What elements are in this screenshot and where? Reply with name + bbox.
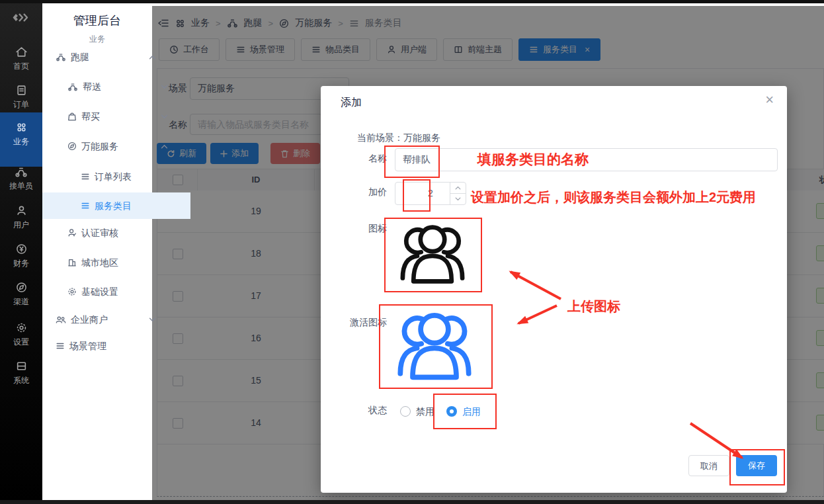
rail-item-finance[interactable]: 财务 bbox=[0, 243, 42, 269]
user-check-icon bbox=[67, 228, 77, 237]
chevron-down-icon bbox=[161, 85, 168, 89]
rail-item-label: 订单 bbox=[0, 99, 42, 110]
sidebar-item-label: 万能服务 bbox=[81, 141, 118, 151]
rail-item-channels[interactable]: 渠道 bbox=[0, 282, 42, 308]
sidebar-item-label: 帮买 bbox=[81, 111, 100, 122]
sidebar-item-label: 城市地区 bbox=[81, 257, 118, 268]
sidebar-item-service-category[interactable]: 服务类目 bbox=[42, 192, 190, 219]
name-field-value: 帮排队 bbox=[403, 154, 431, 165]
sidebar-item-label: 基础设置 bbox=[81, 286, 118, 297]
active-icon-upload-preview[interactable] bbox=[380, 306, 489, 386]
chevron-up-icon[interactable] bbox=[450, 183, 466, 194]
annotation-price-tip: 设置加价之后，则该服务类目会额外加上2元费用 bbox=[471, 189, 756, 206]
scooter-icon bbox=[56, 53, 66, 62]
rail-item-couriers[interactable]: 接单员 bbox=[0, 167, 42, 192]
icon-field-label: 图标 bbox=[321, 223, 387, 235]
current-scene-text: 当前场景：万能服务 bbox=[357, 132, 440, 144]
group-people-icon-active bbox=[389, 310, 480, 382]
status-field-label: 状态 bbox=[321, 405, 387, 417]
building-icon bbox=[67, 258, 77, 267]
scooter-icon bbox=[0, 167, 42, 177]
rail-item-label: 设置 bbox=[0, 337, 42, 348]
name-field-label: 名称 bbox=[321, 153, 387, 165]
radio-disabled-label[interactable]: 禁用 bbox=[416, 405, 434, 418]
icon-rail: 首页 订单 业务 接单员 用户 财务 渠道 设置 系统 bbox=[0, 0, 42, 504]
rail-item-settings[interactable]: 设置 bbox=[0, 322, 42, 348]
system-window-icon bbox=[0, 360, 42, 372]
sidebar-item-label: 帮送 bbox=[83, 81, 101, 92]
rail-item-label: 业务 bbox=[0, 136, 42, 147]
rail-item-label: 用户 bbox=[0, 220, 42, 231]
icon-upload-preview[interactable] bbox=[387, 220, 478, 288]
list-icon bbox=[81, 172, 90, 181]
sidebar-menu: 管理后台 业务 跑腿 帮送 帮买 万能服务 订单列表 服务类目 认证审核 城市地… bbox=[42, 3, 152, 500]
sidebar-item-bangmai[interactable]: 帮买 bbox=[42, 103, 177, 130]
bottom-border-strip bbox=[0, 500, 824, 504]
price-field-label: 加价 bbox=[321, 187, 387, 198]
rail-item-business[interactable]: 业务 bbox=[0, 112, 42, 167]
app-logo-icon[interactable] bbox=[0, 12, 42, 23]
top-border-strip bbox=[0, 0, 824, 3]
rail-item-label: 渠道 bbox=[0, 296, 42, 308]
sidebar-item-order-list[interactable]: 订单列表 bbox=[42, 163, 190, 190]
list-icon bbox=[56, 341, 65, 351]
annotation-name-tip: 填服务类目的名称 bbox=[477, 150, 589, 169]
sidebar-item-wanneng[interactable]: 万能服务 bbox=[42, 133, 177, 159]
team-icon bbox=[56, 315, 66, 324]
radio-enabled-label[interactable]: 启用 bbox=[462, 405, 481, 418]
radio-enabled[interactable] bbox=[446, 406, 457, 417]
sidebar-item-label: 场景管理 bbox=[69, 341, 106, 351]
rail-item-label: 首页 bbox=[0, 61, 42, 72]
dialog-title: 添加 bbox=[341, 96, 362, 110]
gear-icon bbox=[0, 322, 42, 333]
rail-item-users[interactable]: 用户 bbox=[0, 205, 42, 231]
sidebar-item-bangsong[interactable]: 帮送 bbox=[42, 73, 177, 100]
radio-disabled[interactable] bbox=[400, 406, 411, 417]
shopping-bag-icon bbox=[67, 112, 77, 121]
group-people-icon bbox=[392, 222, 473, 286]
compass-icon bbox=[67, 142, 77, 151]
sidebar-item-scene-management[interactable]: 场景管理 bbox=[42, 333, 165, 359]
sidebar-item-auth-review[interactable]: 认证审核 bbox=[42, 220, 177, 246]
app-title: 管理后台 bbox=[42, 13, 152, 28]
sidebar-item-label: 跑腿 bbox=[71, 52, 89, 62]
sidebar-item-enterprise[interactable]: 企业商户 bbox=[42, 306, 165, 333]
sidebar-item-label: 认证审核 bbox=[81, 228, 118, 238]
add-dialog: 添加 × 当前场景：万能服务 名称 帮排队 加价 2 图标 激活图标 bbox=[321, 86, 787, 493]
cancel-button[interactable]: 取消 bbox=[688, 455, 729, 476]
sidebar-item-label: 服务类目 bbox=[95, 200, 132, 211]
sidebar-item-label: 订单列表 bbox=[95, 171, 132, 182]
gear-icon bbox=[67, 287, 77, 296]
finance-coin-icon bbox=[0, 243, 42, 255]
rail-item-label: 财务 bbox=[0, 258, 42, 269]
price-number-input[interactable]: 2 bbox=[395, 182, 466, 205]
list-icon bbox=[81, 201, 90, 210]
number-spinner bbox=[450, 183, 466, 204]
close-icon[interactable]: × bbox=[765, 93, 774, 107]
business-grid-icon bbox=[0, 122, 42, 133]
chevron-up-icon bbox=[161, 144, 168, 149]
rail-item-label: 系统 bbox=[0, 375, 42, 386]
sidebar-item-label: 企业商户 bbox=[71, 314, 108, 325]
scooter-icon bbox=[67, 83, 78, 91]
chevron-down-icon bbox=[161, 114, 168, 119]
sidebar-item-paotui[interactable]: 跑腿 bbox=[42, 44, 165, 70]
rail-item-home[interactable]: 首页 bbox=[0, 46, 42, 72]
order-doc-icon bbox=[0, 85, 42, 96]
chevron-down-icon bbox=[149, 317, 156, 322]
sidebar-item-basic-settings[interactable]: 基础设置 bbox=[42, 278, 177, 305]
rail-item-orders[interactable]: 订单 bbox=[0, 85, 42, 110]
home-icon bbox=[0, 46, 42, 58]
active-icon-field-label: 激活图标 bbox=[321, 317, 387, 329]
user-icon bbox=[0, 205, 42, 216]
chevron-down-icon[interactable] bbox=[450, 194, 466, 204]
annotation-upload-tip: 上传图标 bbox=[567, 298, 620, 315]
sidebar-item-city-region[interactable]: 城市地区 bbox=[42, 249, 177, 276]
rail-item-system[interactable]: 系统 bbox=[0, 360, 42, 386]
save-button[interactable]: 保存 bbox=[736, 455, 777, 476]
chevron-up-icon bbox=[149, 55, 156, 60]
rail-item-label: 接单员 bbox=[0, 181, 42, 192]
compass-icon bbox=[0, 282, 42, 293]
